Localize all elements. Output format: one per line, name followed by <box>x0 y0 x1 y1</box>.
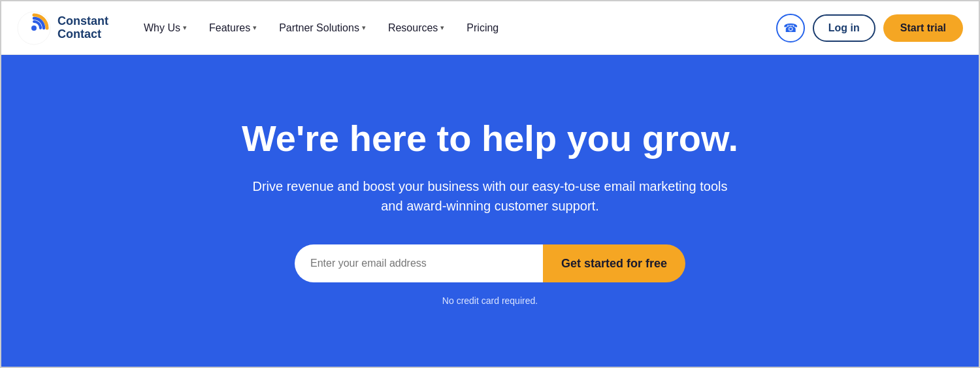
nav-item-features[interactable]: Features ▾ <box>200 17 266 39</box>
chevron-down-icon: ▾ <box>362 24 366 32</box>
logo[interactable]: Constant Contact <box>17 11 108 45</box>
chevron-down-icon: ▾ <box>440 24 444 32</box>
hero-form: Get started for free <box>295 244 685 282</box>
logo-icon <box>17 11 51 45</box>
phone-icon: ☎ <box>783 21 798 35</box>
nav-item-partner-solutions[interactable]: Partner Solutions ▾ <box>270 17 375 39</box>
phone-button[interactable]: ☎ <box>776 14 805 42</box>
chevron-down-icon: ▾ <box>183 24 187 32</box>
svg-point-1 <box>31 25 37 31</box>
get-started-button[interactable]: Get started for free <box>543 244 685 282</box>
chevron-down-icon: ▾ <box>253 24 257 32</box>
logo-line1: Constant <box>57 15 108 28</box>
email-input[interactable] <box>295 244 543 282</box>
start-trial-button[interactable]: Start trial <box>883 14 963 42</box>
logo-text: Constant Contact <box>57 15 108 41</box>
hero-title: We're here to help you grow. <box>242 118 738 159</box>
login-button[interactable]: Log in <box>813 14 875 42</box>
logo-line2: Contact <box>57 28 108 41</box>
nav-item-why-us[interactable]: Why Us ▾ <box>135 17 196 39</box>
hero-subtitle: Drive revenue and boost your business wi… <box>242 176 738 216</box>
no-credit-label: No credit card required. <box>442 295 538 306</box>
hero-section: We're here to help you grow. Drive reven… <box>1 55 979 368</box>
nav-actions: ☎ Log in Start trial <box>776 14 963 42</box>
nav-item-pricing[interactable]: Pricing <box>457 17 508 39</box>
nav-item-resources[interactable]: Resources ▾ <box>379 17 453 39</box>
main-nav: Why Us ▾ Features ▾ Partner Solutions ▾ … <box>135 17 776 39</box>
header: Constant Contact Why Us ▾ Features ▾ Par… <box>1 1 979 55</box>
